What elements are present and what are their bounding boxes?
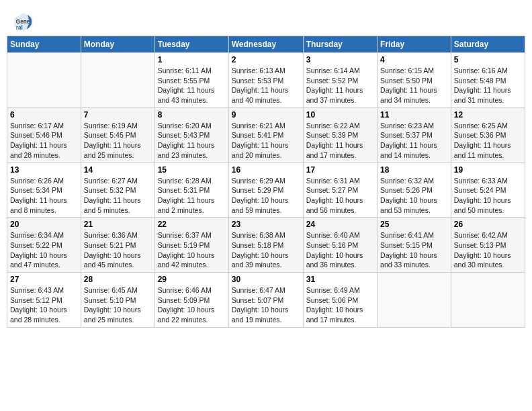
day-content: Sunrise: 6:26 AM Sunset: 5:34 PM Dayligh… xyxy=(10,176,78,216)
day-number: 10 xyxy=(306,110,374,120)
day-number: 4 xyxy=(380,55,448,64)
calendar-week-row: 27Sunrise: 6:43 AM Sunset: 5:12 PM Dayli… xyxy=(7,273,525,328)
day-number: 31 xyxy=(306,275,374,284)
calendar-cell: 16Sunrise: 6:29 AM Sunset: 5:29 PM Dayli… xyxy=(228,163,303,218)
calendar-cell: 30Sunrise: 6:47 AM Sunset: 5:07 PM Dayli… xyxy=(228,273,303,328)
day-content: Sunrise: 6:41 AM Sunset: 5:15 PM Dayligh… xyxy=(380,230,448,270)
day-content: Sunrise: 6:43 AM Sunset: 5:12 PM Dayligh… xyxy=(10,285,78,325)
day-number: 14 xyxy=(84,165,152,175)
calendar-cell: 24Sunrise: 6:40 AM Sunset: 5:16 PM Dayli… xyxy=(303,218,377,273)
calendar-cell xyxy=(378,273,451,328)
day-number: 24 xyxy=(306,220,374,229)
calendar-cell: 19Sunrise: 6:33 AM Sunset: 5:24 PM Dayli… xyxy=(451,163,525,218)
weekday-header-friday: Friday xyxy=(378,36,451,53)
calendar-cell: 3Sunrise: 6:14 AM Sunset: 5:52 PM Daylig… xyxy=(303,53,377,108)
calendar-cell: 25Sunrise: 6:41 AM Sunset: 5:15 PM Dayli… xyxy=(378,218,451,273)
day-number: 30 xyxy=(232,275,300,284)
day-content: Sunrise: 6:27 AM Sunset: 5:32 PM Dayligh… xyxy=(84,176,152,216)
calendar-cell: 21Sunrise: 6:36 AM Sunset: 5:21 PM Dayli… xyxy=(81,218,154,273)
calendar-week-row: 20Sunrise: 6:34 AM Sunset: 5:22 PM Dayli… xyxy=(7,218,525,273)
day-number: 13 xyxy=(10,165,78,175)
day-number: 1 xyxy=(158,55,226,64)
calendar-cell: 23Sunrise: 6:38 AM Sunset: 5:18 PM Dayli… xyxy=(228,218,303,273)
day-number: 26 xyxy=(454,220,522,229)
calendar-cell: 6Sunrise: 6:17 AM Sunset: 5:46 PM Daylig… xyxy=(7,107,81,163)
calendar-cell: 14Sunrise: 6:27 AM Sunset: 5:32 PM Dayli… xyxy=(81,163,154,218)
day-content: Sunrise: 6:28 AM Sunset: 5:31 PM Dayligh… xyxy=(158,176,226,216)
calendar-cell: 11Sunrise: 6:23 AM Sunset: 5:37 PM Dayli… xyxy=(378,107,451,163)
day-content: Sunrise: 6:25 AM Sunset: 5:36 PM Dayligh… xyxy=(454,121,522,161)
calendar-cell: 27Sunrise: 6:43 AM Sunset: 5:12 PM Dayli… xyxy=(7,273,81,328)
calendar-cell: 17Sunrise: 6:31 AM Sunset: 5:27 PM Dayli… xyxy=(303,163,377,218)
day-number: 15 xyxy=(158,165,226,175)
day-content: Sunrise: 6:40 AM Sunset: 5:16 PM Dayligh… xyxy=(306,230,374,270)
day-content: Sunrise: 6:15 AM Sunset: 5:50 PM Dayligh… xyxy=(380,66,448,105)
calendar-cell xyxy=(81,53,154,108)
day-content: Sunrise: 6:42 AM Sunset: 5:13 PM Dayligh… xyxy=(454,230,522,270)
calendar-cell xyxy=(451,273,525,328)
weekday-header-thursday: Thursday xyxy=(303,36,377,53)
weekday-header-monday: Monday xyxy=(81,36,154,53)
day-number: 19 xyxy=(454,165,522,175)
calendar-cell: 20Sunrise: 6:34 AM Sunset: 5:22 PM Dayli… xyxy=(7,218,81,273)
calendar-table: SundayMondayTuesdayWednesdayThursdayFrid… xyxy=(7,36,525,328)
calendar-cell: 8Sunrise: 6:20 AM Sunset: 5:43 PM Daylig… xyxy=(154,107,228,163)
weekday-header-tuesday: Tuesday xyxy=(154,36,228,53)
day-content: Sunrise: 6:11 AM Sunset: 5:55 PM Dayligh… xyxy=(158,66,226,105)
calendar-cell: 31Sunrise: 6:49 AM Sunset: 5:06 PM Dayli… xyxy=(303,273,377,328)
calendar-cell: 2Sunrise: 6:13 AM Sunset: 5:53 PM Daylig… xyxy=(228,53,303,108)
day-content: Sunrise: 6:22 AM Sunset: 5:39 PM Dayligh… xyxy=(306,121,374,161)
day-content: Sunrise: 6:14 AM Sunset: 5:52 PM Dayligh… xyxy=(306,66,374,105)
logo: Gene ral xyxy=(13,12,36,32)
calendar-cell: 28Sunrise: 6:45 AM Sunset: 5:10 PM Dayli… xyxy=(81,273,154,328)
day-number: 16 xyxy=(232,165,300,175)
calendar-cell xyxy=(7,53,81,108)
day-number: 23 xyxy=(232,220,300,229)
day-number: 20 xyxy=(10,220,78,229)
day-content: Sunrise: 6:29 AM Sunset: 5:29 PM Dayligh… xyxy=(232,176,300,216)
calendar-cell: 22Sunrise: 6:37 AM Sunset: 5:19 PM Dayli… xyxy=(154,218,228,273)
day-number: 21 xyxy=(84,220,152,229)
svg-text:ral: ral xyxy=(16,25,23,31)
calendar-cell: 9Sunrise: 6:21 AM Sunset: 5:41 PM Daylig… xyxy=(228,107,303,163)
day-number: 29 xyxy=(158,275,226,284)
calendar-week-row: 6Sunrise: 6:17 AM Sunset: 5:46 PM Daylig… xyxy=(7,107,525,163)
calendar-cell: 7Sunrise: 6:19 AM Sunset: 5:45 PM Daylig… xyxy=(81,107,154,163)
day-content: Sunrise: 6:23 AM Sunset: 5:37 PM Dayligh… xyxy=(380,121,448,161)
day-number: 5 xyxy=(454,55,522,64)
day-content: Sunrise: 6:31 AM Sunset: 5:27 PM Dayligh… xyxy=(306,176,374,216)
day-content: Sunrise: 6:45 AM Sunset: 5:10 PM Dayligh… xyxy=(84,285,152,325)
weekday-header-row: SundayMondayTuesdayWednesdayThursdayFrid… xyxy=(7,36,525,53)
calendar-cell: 5Sunrise: 6:16 AM Sunset: 5:48 PM Daylig… xyxy=(451,53,525,108)
day-number: 6 xyxy=(10,110,78,120)
day-content: Sunrise: 6:34 AM Sunset: 5:22 PM Dayligh… xyxy=(10,230,78,270)
day-content: Sunrise: 6:37 AM Sunset: 5:19 PM Dayligh… xyxy=(158,230,226,270)
day-content: Sunrise: 6:33 AM Sunset: 5:24 PM Dayligh… xyxy=(454,176,522,216)
day-content: Sunrise: 6:17 AM Sunset: 5:46 PM Dayligh… xyxy=(10,121,78,161)
calendar-cell: 26Sunrise: 6:42 AM Sunset: 5:13 PM Dayli… xyxy=(451,218,525,273)
calendar-cell: 4Sunrise: 6:15 AM Sunset: 5:50 PM Daylig… xyxy=(378,53,451,108)
calendar-cell: 12Sunrise: 6:25 AM Sunset: 5:36 PM Dayli… xyxy=(451,107,525,163)
day-number: 11 xyxy=(380,110,448,120)
day-content: Sunrise: 6:21 AM Sunset: 5:41 PM Dayligh… xyxy=(232,121,300,161)
day-number: 27 xyxy=(10,275,78,284)
day-number: 12 xyxy=(454,110,522,120)
day-content: Sunrise: 6:19 AM Sunset: 5:45 PM Dayligh… xyxy=(84,121,152,161)
day-number: 2 xyxy=(232,55,300,64)
day-number: 22 xyxy=(158,220,226,229)
calendar-week-row: 13Sunrise: 6:26 AM Sunset: 5:34 PM Dayli… xyxy=(7,163,525,218)
weekday-header-wednesday: Wednesday xyxy=(228,36,303,53)
day-content: Sunrise: 6:36 AM Sunset: 5:21 PM Dayligh… xyxy=(84,230,152,270)
day-number: 7 xyxy=(84,110,152,120)
svg-text:Gene: Gene xyxy=(16,19,30,25)
calendar-cell: 13Sunrise: 6:26 AM Sunset: 5:34 PM Dayli… xyxy=(7,163,81,218)
calendar-cell: 29Sunrise: 6:46 AM Sunset: 5:09 PM Dayli… xyxy=(154,273,228,328)
day-content: Sunrise: 6:32 AM Sunset: 5:26 PM Dayligh… xyxy=(380,176,448,216)
day-content: Sunrise: 6:46 AM Sunset: 5:09 PM Dayligh… xyxy=(158,285,226,325)
day-content: Sunrise: 6:16 AM Sunset: 5:48 PM Dayligh… xyxy=(454,66,522,105)
day-content: Sunrise: 6:13 AM Sunset: 5:53 PM Dayligh… xyxy=(232,66,300,105)
day-content: Sunrise: 6:49 AM Sunset: 5:06 PM Dayligh… xyxy=(306,285,374,325)
calendar-cell: 10Sunrise: 6:22 AM Sunset: 5:39 PM Dayli… xyxy=(303,107,377,163)
weekday-header-saturday: Saturday xyxy=(451,36,525,53)
day-content: Sunrise: 6:20 AM Sunset: 5:43 PM Dayligh… xyxy=(158,121,226,161)
